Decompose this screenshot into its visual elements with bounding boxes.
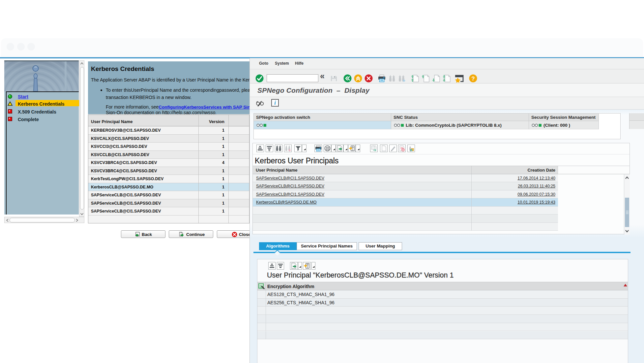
svg-text:?: ? <box>471 76 475 82</box>
